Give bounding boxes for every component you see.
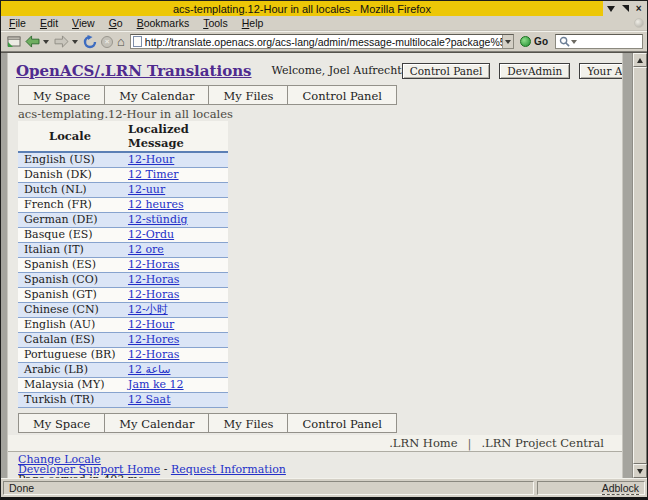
localized-message-link[interactable]: Jam ke 12 [128, 378, 184, 391]
back-dropdown-icon[interactable] [43, 40, 49, 44]
home-button[interactable]: ⌂ [117, 35, 125, 48]
table-row: French (FR)12 heures [18, 198, 228, 213]
scroll-down-button[interactable] [633, 464, 647, 478]
stop-button[interactable]: × [101, 36, 113, 48]
menu-tools[interactable]: Tools [203, 17, 228, 29]
locale-table: Locale Localized Message English (US)12-… [18, 121, 228, 408]
tab-my-calendar[interactable]: My Calendar [104, 413, 209, 433]
localized-message-link[interactable]: 12-stündig [128, 213, 188, 226]
table-row: Catalan (ES)12-Hores [18, 333, 228, 348]
locale-cell: Portuguese (BR) [18, 348, 122, 363]
tab-my-space[interactable]: My Space [18, 413, 105, 433]
table-row: Spanish (GT)12-Horas [18, 288, 228, 303]
tab-my-calendar[interactable]: My Calendar [104, 85, 209, 105]
locale-cell: English (AU) [18, 318, 122, 333]
reload-button[interactable] [83, 35, 97, 49]
your-account-button[interactable]: Your Account [579, 63, 622, 79]
url-dropdown-button[interactable] [502, 35, 513, 48]
adblock-status-button[interactable]: Adblock [602, 482, 639, 495]
tab-my-space[interactable]: My Space [18, 85, 105, 105]
request-information-link[interactable]: Request Information [171, 463, 286, 476]
arrow-up-icon [637, 58, 643, 63]
menu-go[interactable]: Go [109, 17, 123, 29]
viewport-left-margin [1, 53, 8, 478]
search-input[interactable] [555, 34, 643, 49]
localized-message-link[interactable]: 12-Horas [128, 273, 179, 286]
scroll-up-button[interactable] [633, 53, 647, 67]
go-button[interactable]: Go [520, 36, 548, 47]
message-cell: 12-Hores [122, 333, 228, 348]
menu-edit[interactable]: Edit [40, 17, 58, 29]
localized-message-link[interactable]: 12-Horas [128, 348, 179, 361]
localized-message-link[interactable]: 12-Hour [128, 318, 174, 331]
menu-help[interactable]: Help [242, 17, 264, 29]
search-dropdown-icon[interactable] [571, 40, 577, 44]
message-cell: 12 Saat [122, 393, 228, 408]
back-button[interactable] [25, 35, 40, 48]
vertical-scrollbar[interactable] [632, 53, 647, 478]
browser-window: acs-templating.12-Hour in all locales - … [0, 0, 648, 500]
welcome-text: Welcome, Joel Aufrecht [272, 64, 402, 77]
tab-my-files[interactable]: My Files [208, 413, 288, 433]
localized-message-link[interactable]: 12-Ordu [128, 228, 174, 241]
locale-cell: Danish (DK) [18, 168, 122, 183]
control-panel-button[interactable]: Control Panel [402, 63, 491, 79]
message-cell: 12 ore [122, 243, 228, 258]
locale-cell: Malaysia (MY) [18, 378, 122, 393]
url-bar[interactable]: http://translate.openacs.org/acs-lang/ad… [130, 34, 514, 49]
site-title-link[interactable]: OpenACS/.LRN Translations [16, 62, 252, 80]
tab-control-panel[interactable]: Control Panel [287, 85, 396, 105]
locale-cell: Spanish (ES) [18, 258, 122, 273]
menu-bookmarks[interactable]: Bookmarks [137, 17, 190, 29]
maximize-button[interactable] [620, 3, 631, 14]
localized-message-link[interactable]: 12 Timer [128, 168, 179, 181]
localized-message-link[interactable]: 12-Horas [128, 288, 179, 301]
localized-message-link[interactable]: 12 ساعة [128, 363, 171, 376]
table-row: Arabic (LB)12 ساعة [18, 363, 228, 378]
localized-message-link[interactable]: 12-Hores [128, 333, 179, 346]
forward-button[interactable] [54, 35, 69, 48]
maximize-icon [622, 5, 629, 12]
localized-message-link[interactable]: 12 heures [128, 198, 184, 211]
menu-view[interactable]: View [72, 17, 95, 29]
tab-control-panel[interactable]: Control Panel [287, 413, 396, 433]
forward-dropdown-icon[interactable] [72, 40, 78, 44]
message-cell: 12 Timer [122, 168, 228, 183]
minimize-button[interactable] [606, 3, 617, 14]
localized-message-link[interactable]: 12-uur [128, 183, 165, 196]
menubar: FileEditViewGoBookmarksToolsHelp [1, 16, 647, 31]
message-cell: 12-Hour [122, 152, 228, 168]
window-controls: × [603, 1, 647, 16]
url-input[interactable]: http://translate.openacs.org/acs-lang/ad… [145, 36, 502, 48]
stop-icon: × [101, 36, 113, 48]
table-header-row: Locale Localized Message [18, 121, 228, 152]
web-page: OpenACS/.LRN Translations Welcome, Joel … [8, 53, 622, 478]
statusbar: Done Adblock [1, 478, 647, 497]
page-title: acs-templating.12-Hour in all locales [18, 107, 622, 120]
localized-message-link[interactable]: 12 ore [128, 243, 164, 256]
window-icon[interactable] [7, 36, 21, 48]
tab-my-files[interactable]: My Files [208, 85, 288, 105]
localized-message-link[interactable]: 12 Saat [128, 393, 171, 406]
table-row: Chinese (CN)12-小时 [18, 303, 228, 318]
localized-message-link[interactable]: 12-Horas [128, 258, 179, 271]
table-row: English (AU)12-Hour [18, 318, 228, 333]
close-button[interactable]: × [633, 3, 644, 14]
localized-message-link[interactable]: 12-小时 [128, 303, 168, 316]
lrn-home-link[interactable]: .LRN Home [379, 436, 467, 450]
scrollbar-thumb[interactable] [633, 67, 647, 464]
table-row: Turkish (TR)12 Saat [18, 393, 228, 408]
lrn-project-central-link[interactable]: .LRN Project Central [471, 436, 614, 450]
message-cell: 12-uur [122, 183, 228, 198]
message-cell: 12-Horas [122, 258, 228, 273]
localized-message-link[interactable]: 12-Hour [128, 153, 174, 166]
locale-cell: Arabic (LB) [18, 363, 122, 378]
locale-cell: Spanish (GT) [18, 288, 122, 303]
home-icon: ⌂ [117, 35, 125, 48]
header-buttons: Control PanelDevAdminYour AccountLogout [402, 63, 622, 79]
devadmin-button[interactable]: DevAdmin [499, 63, 570, 79]
menu-file[interactable]: File [9, 17, 26, 29]
locale-cell: Dutch (NL) [18, 183, 122, 198]
column-header-message: Localized Message [122, 121, 228, 152]
titlebar: acs-templating.12-Hour in all locales - … [1, 1, 647, 16]
